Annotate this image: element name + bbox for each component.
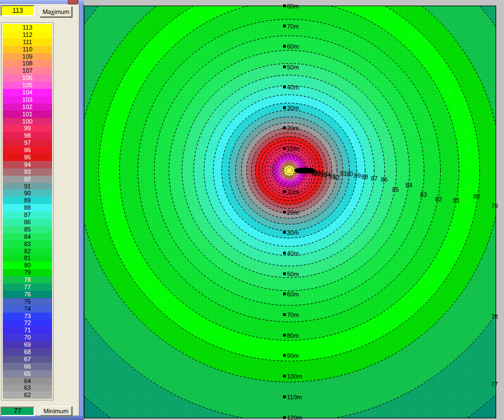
noise-source-point[interactable] (284, 166, 294, 176)
legend-row: 65 (3, 370, 52, 377)
distance-marker-label: 120m (287, 414, 303, 420)
legend-row: 83 (3, 240, 52, 248)
contour-label: 92 (333, 174, 340, 181)
legend-row: 113 (3, 24, 52, 31)
app-window: 80m70m60m50m40m30m20m10m10m20m30m40m50m6… (0, 0, 504, 420)
distance-marker-label: 100m (287, 373, 303, 380)
close-button[interactable] (68, 0, 78, 4)
legend-row: 66 (3, 363, 52, 370)
legend-row: 73 (3, 313, 52, 320)
legend-row: 85 (3, 226, 52, 233)
distance-marker-label: 70m (287, 23, 299, 30)
legend-row: 92 (3, 176, 52, 183)
legend-row: 63 (3, 385, 52, 392)
legend-row: 110 (3, 46, 52, 53)
distance-marker-label: 80m (287, 332, 299, 339)
legend-row: 106 (3, 74, 52, 82)
legend-row: 96 (3, 147, 52, 154)
legend-row: 67 (3, 356, 52, 363)
legend-row: 86 (3, 219, 52, 226)
legend-row: 78 (3, 276, 52, 284)
distance-marker-label: 10m (287, 188, 299, 195)
legend-row: 71 (3, 327, 52, 334)
legend-row: 72 (3, 320, 52, 327)
legend-row: 103 (3, 96, 52, 103)
legend-titlebar[interactable] (0, 0, 84, 4)
legend-row: 84 (3, 233, 52, 240)
minimum-button[interactable]: Minimum (40, 406, 72, 416)
contour-label: 85 (392, 186, 399, 193)
distance-marker-label: 20m (287, 209, 299, 216)
contour-label: 89 (354, 172, 361, 179)
distance-marker-label: 40m (287, 250, 299, 257)
contour-label: 79 (491, 202, 498, 209)
legend-row: 62 (3, 391, 52, 399)
legend-row: 87 (3, 211, 52, 219)
legend-row: 82 (3, 248, 52, 255)
legend-row: 97 (3, 139, 52, 147)
contour-label: 83 (420, 191, 427, 198)
legend-row: 88 (3, 204, 52, 211)
maximum-value-field[interactable]: 113 (1, 5, 35, 16)
contour-label: 80 (473, 193, 480, 200)
window-border-bottom (0, 416, 84, 420)
distance-marker-label: 60m (287, 43, 299, 50)
contour-label: 88 (361, 173, 368, 180)
legend-row: 74 (3, 305, 52, 313)
legend-window: 113 Maximum 1131121111101091081071061051… (0, 0, 84, 420)
window-border-right (79, 0, 84, 420)
legend-row: 76 (3, 291, 52, 298)
legend-scale: 1131121111101091081071061051041031021011… (1, 22, 54, 400)
legend-row: 68 (3, 348, 52, 356)
distance-marker-label: 70m (287, 312, 299, 318)
contour-label: 81 (453, 197, 460, 204)
contour-label: 90 (346, 171, 353, 177)
legend-row: 108 (3, 60, 52, 67)
legend-row: 107 (3, 67, 52, 74)
legend-row: 105 (3, 82, 52, 89)
contour-svg[interactable]: 80m70m60m50m40m30m20m10m10m20m30m40m50m6… (84, 6, 496, 418)
legend-row: 70 (3, 334, 52, 341)
legend-row: 94 (3, 161, 52, 168)
distance-marker-label: 90m (287, 352, 299, 359)
legend-row: 91 (3, 183, 52, 190)
legend-row: 80 (3, 262, 52, 269)
maximum-button[interactable]: Maximum (40, 6, 72, 17)
minimum-value-field[interactable]: 77 (1, 407, 35, 416)
contour-label: 77 (491, 381, 498, 388)
legend-row: 77 (3, 284, 52, 291)
distance-marker-label: 30m (287, 229, 299, 236)
contour-label: 84 (406, 182, 412, 188)
distance-marker-label: 50m (287, 64, 299, 70)
legend-row: 89 (3, 197, 52, 204)
legend-row: 98 (3, 132, 52, 139)
legend-row: 109 (3, 53, 52, 60)
contour-label: 86 (381, 176, 388, 183)
legend-row: 90 (3, 190, 52, 197)
distance-marker-label: 50m (287, 271, 299, 277)
contour-label: 78 (491, 313, 498, 320)
distance-marker-label: 60m (287, 291, 299, 298)
distance-marker-label: 110m (287, 394, 302, 400)
legend-row: 99 (3, 125, 52, 132)
legend-row: 81 (3, 255, 52, 262)
contour-map[interactable]: 80m70m60m50m40m30m20m10m10m20m30m40m50m6… (84, 0, 504, 420)
distance-marker-label: 30m (287, 105, 299, 111)
legend-row: 75 (3, 298, 52, 305)
distance-marker-label: 20m (287, 125, 299, 131)
legend-row: 69 (3, 341, 52, 348)
distance-marker-label: 80m (287, 3, 299, 10)
legend-row: 102 (3, 103, 52, 111)
legend-row: 101 (3, 111, 52, 118)
legend-row: 93 (3, 168, 52, 176)
legend-row: 104 (3, 89, 52, 96)
legend-row: 79 (3, 269, 52, 276)
legend-row: 111 (3, 39, 52, 46)
distance-marker-label: 40m (287, 84, 299, 91)
legend-row: 64 (3, 377, 52, 385)
legend-row: 112 (3, 31, 52, 39)
contour-label: 82 (435, 196, 442, 202)
legend-row: 95 (3, 154, 52, 161)
distance-marker-label: 10m (287, 145, 299, 152)
contour-label: 87 (371, 175, 378, 182)
